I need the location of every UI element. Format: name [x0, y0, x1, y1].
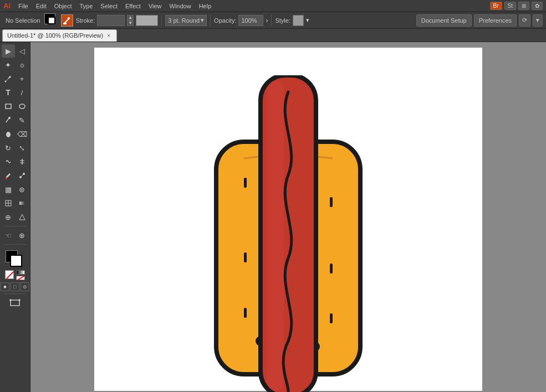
pattern-swatch[interactable] — [16, 276, 25, 280]
opacity-expand-btn[interactable]: › — [266, 17, 268, 24]
artboard-tool[interactable] — [3, 296, 27, 310]
svg-rect-19 — [11, 300, 19, 306]
fill-stroke-box — [6, 250, 24, 267]
stroke-style-dropdown[interactable]: 3 pt. Round ▾ — [165, 15, 207, 26]
stroke-up-arrow[interactable]: ▲ — [127, 15, 134, 20]
stroke-down-arrow[interactable]: ▼ — [127, 20, 134, 26]
pencil-tool[interactable]: ✎ — [16, 114, 29, 127]
hotdog-illustration — [205, 75, 371, 392]
gradient-swatch[interactable] — [16, 270, 25, 275]
hotdog-svg — [205, 75, 371, 392]
stroke-label: Stroke: — [75, 17, 95, 24]
stock-icon-btn[interactable]: St — [504, 2, 516, 10]
hand-tool[interactable]: ☜ — [2, 229, 15, 242]
menu-file[interactable]: File — [15, 2, 32, 11]
tool-row-2: ✦ ⌾ — [2, 58, 29, 71]
ellipse-tool[interactable] — [16, 100, 29, 113]
symbol-sprayer-tool[interactable]: ⊛ — [16, 183, 29, 196]
zoom-tool[interactable]: ⊕ — [16, 229, 29, 242]
canvas-area[interactable] — [30, 42, 546, 392]
menu-edit[interactable]: Edit — [33, 2, 50, 11]
tools-divider-1 — [4, 226, 26, 226]
stroke-box[interactable] — [10, 255, 22, 267]
width-tool[interactable] — [16, 155, 29, 168]
bridge-icon-btn[interactable]: Br — [490, 2, 502, 10]
rectangle-tool[interactable] — [2, 100, 15, 113]
lasso-tool[interactable]: ⌾ — [16, 58, 29, 71]
svg-point-5 — [19, 104, 25, 109]
blob-brush-tool[interactable] — [2, 127, 15, 141]
style-swatch[interactable] — [293, 15, 304, 26]
grid-icon-btn[interactable]: ⊞ — [518, 2, 529, 10]
blend-tool[interactable] — [16, 169, 29, 182]
main-layout: ▶ ◁ ✦ ⌾ + T / — [0, 42, 546, 392]
color-area: ■ □ ⊘ — [1, 250, 29, 291]
rotate-tool[interactable]: ↻ — [2, 141, 15, 154]
direct-selection-tool[interactable]: ◁ — [16, 44, 29, 58]
svg-rect-30 — [330, 313, 333, 323]
stroke-color-mini-swatch[interactable] — [48, 17, 55, 24]
line-tool[interactable]: / — [16, 86, 29, 99]
fill-stroke-icons — [16, 270, 25, 280]
tool-row-11: ▦ ⊛ — [2, 183, 29, 196]
scale-tool[interactable]: ⤡ — [16, 141, 29, 154]
menu-view[interactable]: View — [145, 2, 165, 11]
tools-divider-3 — [4, 293, 26, 294]
tools-divider-2 — [4, 244, 26, 245]
opacity-input[interactable] — [238, 15, 263, 26]
stroke-style-arrow: ▾ — [201, 17, 204, 24]
gradient-tool[interactable] — [16, 197, 29, 210]
eraser-tool[interactable]: ⌫ — [16, 127, 29, 141]
paintbrush-tool[interactable] — [2, 114, 15, 127]
style-label: Style: — [275, 17, 290, 24]
menu-effect[interactable]: Effect — [122, 2, 144, 11]
eyedropper-tool[interactable] — [2, 169, 15, 182]
svg-rect-25 — [244, 178, 247, 188]
menu-help[interactable]: Help — [196, 2, 215, 11]
svg-rect-29 — [330, 264, 333, 274]
brush-mode-btn[interactable] — [61, 14, 73, 27]
left-toolbar: ▶ ◁ ✦ ⌾ + T / — [0, 42, 30, 392]
tool-row-13: ⊕ — [2, 210, 29, 224]
fill-mode-btn[interactable]: ■ — [1, 282, 9, 291]
stroke-color-rect[interactable] — [136, 15, 158, 26]
menu-select[interactable]: Select — [97, 2, 121, 11]
document-setup-button[interactable]: Document Setup — [416, 14, 472, 27]
menu-object[interactable]: Object — [51, 2, 75, 11]
column-graph-tool[interactable]: ▦ — [2, 183, 15, 196]
canvas — [94, 48, 482, 391]
menu-window[interactable]: Window — [166, 2, 195, 11]
tab-close-button[interactable]: × — [105, 32, 112, 39]
tool-row-3: + — [2, 72, 29, 85]
pen-tool[interactable] — [2, 72, 15, 85]
mesh-tool[interactable] — [2, 197, 15, 210]
divider-2 — [210, 15, 211, 26]
style-arrow[interactable]: ▾ — [306, 17, 309, 24]
document-tab[interactable]: Untitled-1* @ 100% (RGB/Preview) × — [2, 29, 117, 42]
extra-swatches — [5, 270, 25, 280]
type-tool[interactable]: T — [2, 86, 15, 99]
warp-tool[interactable] — [2, 155, 15, 168]
preferences-button[interactable]: Preferences — [474, 14, 517, 27]
perspective-grid-tool[interactable] — [16, 210, 29, 224]
svg-point-7 — [6, 132, 11, 137]
arrange-button[interactable]: ⟳ — [519, 14, 530, 27]
divider-1 — [161, 15, 162, 26]
tool-row-9 — [2, 155, 29, 168]
stroke-mode-btn[interactable]: □ — [11, 282, 19, 291]
magic-wand-tool[interactable]: ✦ — [2, 58, 15, 71]
stroke-value-input[interactable] — [97, 15, 125, 26]
stroke-stepper[interactable]: ▲ ▼ — [127, 15, 134, 26]
add-anchor-tool[interactable]: + — [16, 72, 29, 85]
none-swatch[interactable] — [5, 270, 14, 279]
creative-cloud-btn[interactable]: ✿ — [532, 2, 543, 10]
menu-type[interactable]: Type — [76, 2, 96, 11]
svg-rect-26 — [244, 252, 247, 262]
selection-tool[interactable]: ▶ — [2, 44, 15, 58]
none-mode-btn[interactable]: ⊘ — [21, 282, 29, 291]
svg-rect-27 — [244, 308, 247, 318]
tool-row-8: ↻ ⤡ — [2, 141, 29, 154]
shape-builder-tool[interactable]: ⊕ — [2, 210, 15, 224]
tool-row-10 — [2, 169, 29, 182]
expand-button[interactable]: ▾ — [533, 14, 543, 27]
